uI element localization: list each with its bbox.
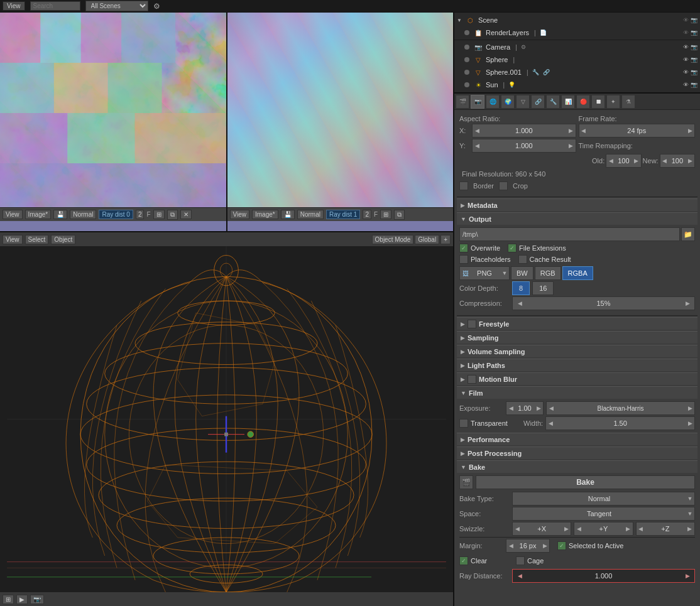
tab-render[interactable]: 🎬 [456, 95, 469, 109]
viewer1-image-btn[interactable]: Image* [25, 210, 52, 219]
viewer2-fit-btn[interactable]: ⊞ [380, 210, 391, 219]
viewer2-save-icon[interactable]: 💾 [281, 210, 295, 219]
width-field[interactable]: ◀ 1.50 ▶ [545, 416, 695, 430]
ray-dist-right[interactable]: ▶ [683, 569, 692, 583]
new-field[interactable]: ◀ 100 ▶ [660, 154, 695, 168]
exp-left[interactable]: ◀ [506, 401, 515, 415]
output-path-input[interactable] [459, 227, 680, 241]
sun-lamp[interactable]: 💡 [508, 82, 515, 88]
swizzle-x-field[interactable]: ◀ +X ▶ [512, 522, 571, 536]
x-right-arrow[interactable]: ▶ [567, 124, 576, 138]
clear-checkbox[interactable]: ✓ [459, 556, 468, 565]
sy-right[interactable]: ▶ [624, 522, 633, 536]
exp-right[interactable]: ▶ [534, 401, 543, 415]
sx-left[interactable]: ◀ [513, 522, 522, 536]
viewer1-mode-btn[interactable]: Normal [70, 210, 96, 219]
freestyle-checkbox[interactable] [468, 320, 476, 328]
cage-checkbox[interactable] [516, 556, 525, 565]
depth-16-btn[interactable]: 16 [532, 281, 554, 295]
format-field[interactable]: 🖼 PNG ▼ [459, 266, 510, 280]
tab-constraints[interactable]: 🔗 [531, 95, 545, 109]
format-arrow[interactable]: ▼ [500, 266, 509, 280]
fps-right[interactable]: ▶ [686, 124, 694, 138]
vp-bottom-play-btn[interactable]: ▶ [16, 595, 28, 604]
tab-data[interactable]: 📊 [561, 95, 575, 109]
vp-mode-btn[interactable]: Object Mode [372, 235, 414, 244]
width-right[interactable]: ▶ [686, 416, 694, 430]
tab-particles[interactable]: ✦ [606, 95, 620, 109]
selected-to-active-checkbox[interactable]: ✓ [557, 541, 566, 550]
viewer2-mode-btn[interactable]: Normal [297, 210, 324, 219]
motion-blur-checkbox[interactable] [468, 375, 476, 384]
placeholders-checkbox[interactable] [459, 255, 468, 264]
new-right[interactable]: ▶ [686, 154, 694, 168]
outliner-item-sphere[interactable]: ▽ Sphere | 👁 📷 [454, 53, 700, 66]
exposure-field[interactable]: ◀ 1.00 ▶ [506, 401, 544, 415]
section-film-header[interactable]: ▼ Film [457, 386, 697, 399]
tab-object[interactable]: ▽ [516, 95, 530, 109]
transparent-checkbox[interactable] [459, 419, 468, 428]
sz-right[interactable]: ▶ [686, 522, 694, 536]
section-light-paths[interactable]: ▶ Light Paths [457, 359, 697, 371]
vp-global-btn[interactable]: Global [415, 235, 439, 244]
rgba-btn[interactable]: RGBA [562, 266, 593, 280]
file-ext-checkbox[interactable]: ✓ [508, 244, 517, 252]
filter-right[interactable]: ▶ [686, 401, 694, 415]
viewer1-copy-btn[interactable]: ⧉ [167, 210, 178, 220]
outliner-item-sun[interactable]: ☀ Sun | 💡 👁 📷 [454, 78, 700, 91]
filter-field[interactable]: ◀ Blackman-Harris ▶ [546, 401, 695, 415]
tab-physics[interactable]: ⚗ [621, 95, 635, 109]
swizzle-y-field[interactable]: ◀ +Y ▶ [574, 522, 633, 536]
sx-right[interactable]: ▶ [562, 522, 571, 536]
fps-left[interactable]: ◀ [579, 124, 588, 138]
viewer1-fit-btn[interactable]: ⊞ [153, 210, 165, 219]
outliner-item-scene[interactable]: ▼ ⬡ Scene 👁 📷 [454, 14, 700, 26]
vp-bottom-cam-btn[interactable]: 📷 [30, 595, 44, 604]
bake-icon-btn[interactable]: 🎬 [459, 475, 473, 489]
bw-btn[interactable]: BW [511, 266, 533, 280]
y-left-arrow[interactable]: ◀ [473, 139, 481, 153]
margin-left[interactable]: ◀ [506, 539, 515, 553]
tab-texture[interactable]: 🔲 [591, 95, 605, 109]
margin-right[interactable]: ▶ [540, 539, 549, 553]
compression-field[interactable]: ◀ 15% ▶ [512, 296, 695, 310]
comp-right[interactable]: ▶ [683, 296, 692, 310]
vp-bottom-left-btn[interactable]: ⊞ [3, 595, 14, 604]
ray-dist-left[interactable]: ◀ [515, 569, 524, 583]
tab-world[interactable]: 🌍 [501, 95, 515, 109]
fps-field[interactable]: ◀ 24 fps ▶ [579, 124, 696, 138]
old-left[interactable]: ◀ [606, 154, 615, 168]
bake-type-field[interactable]: Normal ▼ [512, 492, 695, 506]
search-input[interactable] [30, 1, 80, 11]
viewer1-save-icon[interactable]: 💾 [53, 210, 67, 219]
settings-icon[interactable]: ⚙ [153, 2, 160, 11]
y-field[interactable]: ◀ 1.000 ▶ [472, 139, 576, 153]
old-right[interactable]: ▶ [632, 154, 641, 168]
cache-result-checkbox[interactable] [518, 255, 527, 264]
tab-scene[interactable]: 🌐 [486, 95, 500, 109]
section-bake-header[interactable]: ▼ Bake [457, 460, 697, 473]
space-field[interactable]: Tangent ▼ [512, 507, 695, 521]
view-button[interactable]: View [3, 1, 25, 11]
section-metadata[interactable]: ▶ Metadata [457, 198, 697, 211]
space-arrow[interactable]: ▼ [686, 507, 694, 521]
bake-button[interactable]: Bake [476, 475, 695, 489]
old-field[interactable]: ◀ 100 ▶ [606, 154, 641, 168]
outliner-item-renderlayers[interactable]: 📋 RenderLayers | 📄 👁 📷 [454, 26, 700, 39]
swizzle-z-field[interactable]: ◀ +Z ▶ [636, 522, 695, 536]
vp-select-btn[interactable]: Select [25, 235, 49, 244]
rgb-btn[interactable]: RGB [535, 266, 561, 280]
viewer2-image-btn[interactable]: Image* [252, 210, 278, 219]
camera-settings[interactable]: ⚙ [521, 44, 526, 50]
tab-modifier[interactable]: 🔧 [546, 95, 560, 109]
scene-dropdown[interactable]: All Scenes [85, 1, 148, 11]
outliner-item-camera[interactable]: 📷 Camera | ⚙ 👁 📷 [454, 41, 700, 53]
viewer1-view-btn[interactable]: View [3, 210, 23, 219]
vp-object-btn[interactable]: Object [51, 235, 75, 244]
viewer1-num[interactable]: 2 [136, 210, 145, 219]
tab-material[interactable]: 🔴 [576, 95, 590, 109]
vp-plus-btn[interactable]: + [440, 235, 451, 244]
section-motion-blur[interactable]: ▶ Motion Blur [457, 372, 697, 385]
sphere001-link[interactable]: 🔗 [543, 69, 550, 75]
renderlayers-btn[interactable]: 📄 [540, 30, 547, 36]
